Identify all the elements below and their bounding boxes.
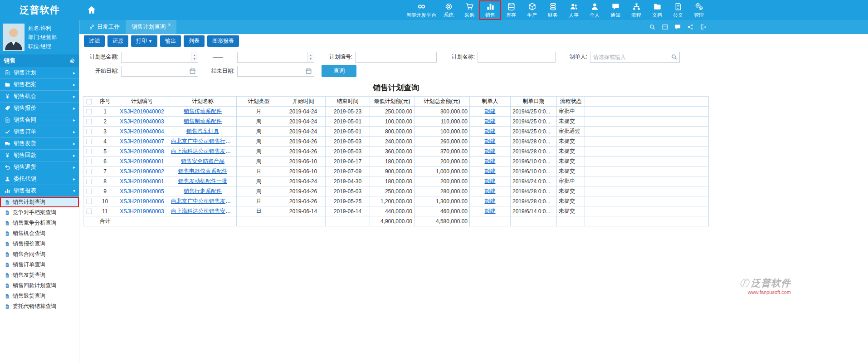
calendar-icon[interactable] xyxy=(189,68,196,74)
search-icon[interactable] xyxy=(671,54,678,60)
row-checkbox[interactable] xyxy=(87,189,92,194)
topnav-item[interactable]: 管理 xyxy=(688,1,709,20)
column-header[interactable]: 制单日期 xyxy=(511,97,557,107)
topnav-item[interactable]: 公文 xyxy=(668,1,688,20)
plan-name-input[interactable] xyxy=(478,52,556,63)
plan-name-link[interactable]: 销售行走系配件 xyxy=(171,187,234,195)
amount-min-input[interactable] xyxy=(121,52,198,63)
sidebar-menu-item[interactable]: 销售回款 ▸ xyxy=(0,150,79,161)
spinner-arrows[interactable]: ▲▼ xyxy=(307,52,314,62)
sidebar-menu-item[interactable]: 销售退货 ▸ xyxy=(0,161,79,173)
plan-name-link[interactable]: 销售电器仪表系配件 xyxy=(171,167,234,175)
sidebar-submenu-item[interactable]: 销售回款计划查询 xyxy=(0,280,79,291)
toolbar-button[interactable]: 还原 xyxy=(107,35,128,47)
creator-link[interactable]: 胡建 xyxy=(472,197,508,205)
topnav-item[interactable]: 个人 xyxy=(584,1,605,20)
sidebar-menu-item[interactable]: 委托代销 ▸ xyxy=(0,173,79,185)
column-header[interactable]: 计划编号 xyxy=(115,97,169,107)
plan-no-link[interactable]: XSJH2019060003 xyxy=(117,208,167,215)
sidebar-menu-item[interactable]: 销售报价 ▸ xyxy=(0,103,79,114)
column-header[interactable]: 开始时间 xyxy=(281,97,326,107)
tab[interactable]: 销售计划查询 × xyxy=(126,20,176,34)
row-checkbox[interactable] xyxy=(87,199,92,204)
sidebar-menu-item[interactable]: 销售计划 ▸ xyxy=(0,67,79,79)
sidebar-submenu-item[interactable]: 销售机会查询 xyxy=(0,228,79,239)
end-date-input[interactable] xyxy=(237,66,314,77)
topnav-item[interactable]: 人事 xyxy=(563,1,584,20)
topnav-item[interactable]: 智能开发平台 xyxy=(405,1,438,20)
topnav-item[interactable]: 通知 xyxy=(605,1,626,20)
window-icon[interactable] xyxy=(662,24,668,30)
query-button[interactable]: 查询 xyxy=(322,65,356,77)
creator-link[interactable]: 胡建 xyxy=(472,167,508,175)
row-checkbox[interactable] xyxy=(87,139,92,144)
topnav-item[interactable]: 流程 xyxy=(626,1,647,20)
plan-no-link[interactable]: XSJH2019040008 xyxy=(117,148,167,155)
sidebar-menu-item[interactable]: 销售发货 ▸ xyxy=(0,138,79,150)
home-icon[interactable] xyxy=(87,5,97,15)
plan-name-link[interactable]: 销售发动机配件一批 xyxy=(171,177,234,185)
topnav-item[interactable]: 生产 xyxy=(522,1,542,20)
toolbar-button[interactable]: 过滤 xyxy=(84,35,105,47)
sidebar-submenu-item[interactable]: 销售计划查询 xyxy=(0,197,79,207)
start-date-input[interactable] xyxy=(121,66,198,77)
creator-link[interactable]: 胡建 xyxy=(472,127,508,135)
select-all-checkbox[interactable] xyxy=(87,99,92,104)
sidebar-submenu-item[interactable]: 销售合同查询 xyxy=(0,249,79,259)
column-header[interactable]: 计划总金额(元) xyxy=(414,97,470,107)
plan-no-link[interactable]: XSJH2019060002 xyxy=(117,168,167,175)
plan-no-link[interactable]: XSJH2019040007 xyxy=(117,138,167,145)
creator-link[interactable]: 胡建 xyxy=(472,157,508,165)
row-checkbox[interactable] xyxy=(87,169,92,174)
settings-gear-icon[interactable] xyxy=(69,58,75,64)
topnav-item[interactable]: 系统 xyxy=(438,1,459,20)
sidebar-menu-item[interactable]: 销售档案 ▸ xyxy=(0,79,79,91)
sidebar-submenu-item[interactable]: 竞争对手档案查询 xyxy=(0,207,79,218)
creator-link[interactable]: 胡建 xyxy=(472,137,508,145)
column-header[interactable] xyxy=(585,97,709,107)
plan-no-input[interactable] xyxy=(355,52,437,63)
plan-no-link[interactable]: XSJH2019040004 xyxy=(117,128,167,135)
topnav-item[interactable]: 销售 xyxy=(480,1,501,20)
row-checkbox[interactable] xyxy=(87,129,92,134)
creator-input[interactable] xyxy=(590,52,680,63)
plan-no-link[interactable]: XSJH2019040003 xyxy=(117,118,167,125)
sidebar-menu-item[interactable]: 销售报表 ▾ xyxy=(0,185,79,197)
sidebar-menu-item[interactable]: 销售机会 ▸ xyxy=(0,91,79,103)
row-checkbox[interactable] xyxy=(87,109,92,114)
plan-name-link[interactable]: 向北京广中公司销售发动机配 xyxy=(171,197,234,205)
tab[interactable]: 日常工作 xyxy=(83,20,126,34)
plan-name-link[interactable]: 向北京广中公司销售行走系配 xyxy=(171,137,234,145)
spinner-arrows[interactable]: ▲▼ xyxy=(191,52,198,62)
column-header[interactable]: 结束时间 xyxy=(326,97,370,107)
creator-link[interactable]: 胡建 xyxy=(472,108,508,115)
creator-link[interactable]: 胡建 xyxy=(472,187,508,195)
sidebar-menu-item[interactable]: 销售合同 ▸ xyxy=(0,114,79,126)
row-checkbox[interactable] xyxy=(87,119,92,124)
plan-no-link[interactable]: XSJH2019040006 xyxy=(117,198,167,205)
column-header[interactable]: 计划类型 xyxy=(237,97,281,107)
plan-name-link[interactable]: 向上海科达公司销售安全防盗 xyxy=(171,207,234,215)
column-header[interactable]: 计划名称 xyxy=(169,97,237,107)
row-checkbox[interactable] xyxy=(87,179,92,184)
creator-link[interactable]: 胡建 xyxy=(472,147,508,155)
amount-max-input[interactable] xyxy=(237,52,314,63)
row-checkbox[interactable] xyxy=(87,209,92,214)
plan-name-link[interactable]: 向上海科达公司销售发动机配 xyxy=(171,147,234,155)
creator-link[interactable]: 胡建 xyxy=(472,207,508,215)
column-header[interactable]: 序号 xyxy=(95,97,115,107)
toolbar-button[interactable]: 打印▼ xyxy=(131,35,157,47)
exit-icon[interactable] xyxy=(700,24,707,30)
topnav-item[interactable]: 采购 xyxy=(459,1,480,20)
toolbar-button[interactable]: 图形报表 xyxy=(207,35,239,47)
plan-name-link[interactable]: 销售制动系配件 xyxy=(171,117,234,125)
plan-name-link[interactable]: 销售汽车灯具 xyxy=(171,127,234,135)
calendar-icon[interactable] xyxy=(305,68,312,74)
sidebar-submenu-item[interactable]: 委托代销结算查询 xyxy=(0,301,79,312)
topnav-item[interactable]: 库存 xyxy=(501,1,522,20)
message-icon[interactable] xyxy=(674,24,681,30)
plan-no-link[interactable]: XSJH2019040002 xyxy=(117,108,167,115)
sidebar-submenu-item[interactable]: 销售发货查询 xyxy=(0,270,79,280)
plan-no-link[interactable]: XSJH2019040005 xyxy=(117,188,167,195)
toolbar-button[interactable]: 列表 xyxy=(184,35,205,47)
